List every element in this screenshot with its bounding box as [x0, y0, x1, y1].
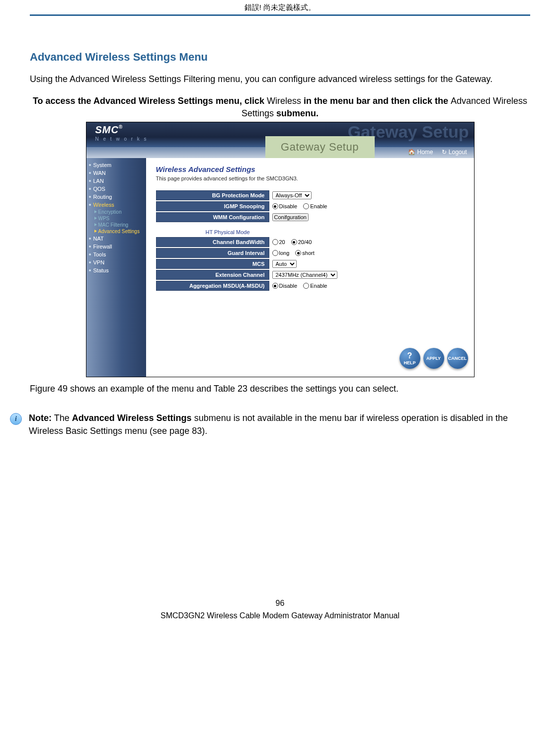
sidebar-item-lan[interactable]: LAN — [86, 177, 146, 185]
igmp-snooping-label: IGMP Snooping — [156, 201, 269, 211]
sidebar-item-system[interactable]: System — [86, 161, 146, 169]
gi-long-radio[interactable]: long — [272, 250, 290, 256]
sidebar: System WAN LAN QOS Routing Wireless Encr… — [86, 158, 146, 377]
note-c: Advanced Wireless Settings — [72, 413, 192, 423]
wmm-configuration-button[interactable]: Conifguration — [272, 213, 309, 221]
home-link[interactable]: 🏠 Home — [408, 149, 433, 156]
mcs-select[interactable]: Auto — [272, 260, 297, 268]
action-buttons: ?HELP APPLY CANCEL — [400, 348, 468, 369]
screenshot-body: System WAN LAN QOS Routing Wireless Encr… — [86, 158, 474, 377]
note-label: Note: — [29, 413, 52, 423]
channel-bandwidth-label: Channel BandWidth — [156, 237, 269, 247]
screenshot-figure: SMC® N e t w o r k s Gateway Setup Gatew… — [86, 122, 475, 377]
sidebar-sub-advanced-settings[interactable]: Advanced Settings — [86, 228, 146, 235]
access-part-e: submenu. — [274, 108, 319, 118]
gi-short-radio[interactable]: short — [295, 250, 314, 256]
sidebar-item-tools[interactable]: Tools — [86, 250, 146, 258]
sidebar-item-status[interactable]: Status — [86, 266, 146, 274]
sidebar-item-routing[interactable]: Routing — [86, 193, 146, 201]
figure-caption: Figure 49 shows an example of the menu a… — [30, 382, 530, 396]
sidebar-sub-wps[interactable]: WPS — [86, 215, 146, 222]
amsdu-label: Aggregation MSDU(A-MSDU) — [156, 281, 269, 291]
access-instructions: To access the Advanced Wireless Settings… — [30, 95, 530, 120]
gi-long-label: long — [279, 250, 290, 256]
smc-logo-subtext: N e t w o r k s — [95, 136, 148, 142]
bg-protection-select[interactable]: Always-Off — [272, 191, 312, 199]
row-bg-protection: BG Protection Mode Always-Off — [156, 190, 469, 200]
header-error: 錯誤! 尚未定義樣式。 — [0, 0, 560, 14]
section-title: Advanced Wireless Settings Menu — [30, 51, 530, 64]
amsdu-enable-radio[interactable]: Enable — [303, 283, 327, 289]
gateway-setup-banner: Gateway Setup — [265, 136, 375, 158]
sidebar-item-wan[interactable]: WAN — [86, 169, 146, 177]
sidebar-item-qos[interactable]: QOS — [86, 185, 146, 193]
page-footer: 96 SMCD3GN2 Wireless Cable Modem Gateway… — [30, 597, 530, 622]
panel-title: Wireless Advanced Settings — [156, 165, 469, 173]
amsdu-disable-radio[interactable]: Disable — [272, 283, 298, 289]
note-b: The — [52, 413, 72, 423]
guard-interval-label: Guard Interval — [156, 248, 269, 258]
sidebar-item-firewall[interactable]: Firewall — [86, 243, 146, 250]
smc-logo-text: SMC — [95, 124, 119, 135]
sidebar-item-wireless[interactable]: Wireless — [86, 201, 146, 209]
sidebar-item-nat[interactable]: NAT — [86, 235, 146, 243]
amsdu-enable-label: Enable — [310, 283, 327, 289]
apply-button[interactable]: APPLY — [423, 348, 444, 369]
note-block: i Note: The Advanced Wireless Settings s… — [10, 412, 530, 437]
row-wmm: WMM Configuration Conifguration — [156, 212, 469, 222]
cbw-2040-label: 20/40 — [298, 239, 312, 245]
header-rule — [30, 14, 530, 16]
row-amsdu: Aggregation MSDU(A-MSDU) Disable Enable — [156, 281, 469, 291]
access-part-c: in the menu bar and then click the — [301, 96, 451, 106]
note-text: Note: The Advanced Wireless Settings sub… — [29, 412, 530, 437]
main-panel: Wireless Advanced Settings This page pro… — [146, 158, 474, 377]
extension-channel-select[interactable]: 2437MHz (Channel4) — [272, 271, 337, 279]
extension-channel-label: Extension Channel — [156, 270, 269, 280]
access-part-a: To access the Advanced Wireless Settings… — [33, 96, 267, 106]
ht-physical-mode-title: HT Physical Mode — [206, 229, 469, 235]
logout-link-label: Logout — [449, 149, 467, 156]
row-guard-interval: Guard Interval long short — [156, 248, 469, 258]
screenshot-subbar: Gateway Setup 🏠 Home ↻ Logout — [86, 147, 474, 158]
logout-link[interactable]: ↻ Logout — [442, 149, 467, 156]
cbw-20-label: 20 — [279, 239, 285, 245]
home-link-label: Home — [417, 149, 433, 156]
igmp-enable-label: Enable — [310, 203, 327, 209]
page-number: 96 — [30, 597, 530, 610]
row-extension-channel: Extension Channel 2437MHz (Channel4) — [156, 270, 469, 280]
intro-paragraph: Using the Advanced Wireless Settings Fil… — [30, 73, 530, 86]
cbw-2040-radio[interactable]: 20/40 — [291, 239, 312, 245]
mcs-label: MCS — [156, 259, 269, 269]
sidebar-sub-encryption[interactable]: Encryption — [86, 209, 146, 215]
access-part-b: Wireless — [267, 96, 301, 106]
bg-protection-label: BG Protection Mode — [156, 190, 269, 200]
igmp-disable-radio[interactable]: Disable — [272, 203, 298, 209]
row-mcs: MCS Auto — [156, 259, 469, 269]
smc-logo: SMC® — [95, 124, 123, 136]
row-channel-bandwidth: Channel BandWidth 20 20/40 — [156, 237, 469, 247]
sidebar-item-vpn[interactable]: VPN — [86, 258, 146, 266]
wmm-label: WMM Configuration — [156, 212, 269, 222]
smc-logo-reg: ® — [119, 124, 123, 130]
amsdu-disable-label: Disable — [279, 283, 298, 289]
gi-short-label: short — [302, 250, 314, 256]
igmp-disable-label: Disable — [279, 203, 298, 209]
panel-subtitle: This page provides advanced settings for… — [156, 175, 469, 181]
info-icon: i — [10, 413, 22, 425]
sidebar-sub-mac-filtering[interactable]: MAC Filtering — [86, 222, 146, 228]
row-igmp-snooping: IGMP Snooping Disable Enable — [156, 201, 469, 211]
manual-title: SMCD3GN2 Wireless Cable Modem Gateway Ad… — [30, 609, 530, 622]
cbw-20-radio[interactable]: 20 — [272, 239, 285, 245]
igmp-enable-radio[interactable]: Enable — [303, 203, 327, 209]
help-button[interactable]: ?HELP — [400, 348, 420, 369]
cancel-button[interactable]: CANCEL — [447, 348, 468, 369]
